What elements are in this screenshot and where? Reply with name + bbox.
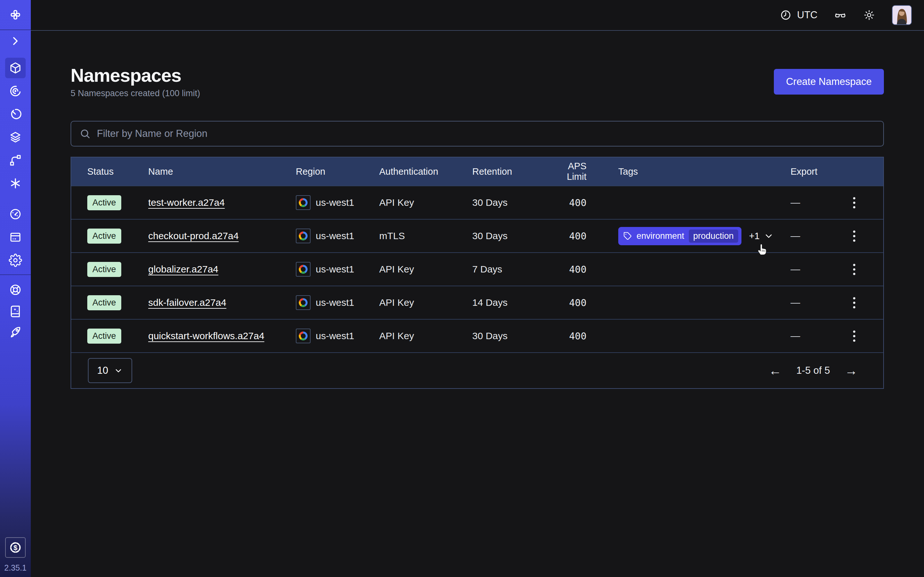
sidebar-item-schedules[interactable] [5, 104, 26, 124]
tag-key: environment [636, 231, 684, 241]
timezone-label: UTC [797, 9, 817, 21]
filter-bar [71, 121, 884, 147]
status-badge: Active [87, 262, 121, 277]
auth-label: API Key [379, 330, 472, 342]
pager: ← 1-5 of 5 → [769, 364, 858, 377]
billing-card-icon [9, 230, 22, 244]
region-label: us-west1 [316, 264, 354, 275]
auth-label: API Key [379, 297, 472, 308]
deployments-layers-icon [9, 131, 22, 144]
status-badge: Active [87, 229, 121, 243]
retention-label: 7 Days [472, 264, 546, 275]
sidebar-item-billing[interactable] [5, 227, 26, 247]
sidebar-item-getting-started[interactable] [5, 322, 26, 342]
col-name: Name [148, 166, 296, 177]
tags-more-count[interactable]: +1 [749, 231, 760, 242]
status-badge: Active [87, 295, 121, 310]
getting-started-rocket-icon [9, 326, 22, 339]
row-menu-button[interactable] [848, 329, 861, 343]
namespace-link[interactable]: globalizer.a27a4 [148, 264, 218, 274]
col-export: Export [790, 166, 848, 177]
temporal-logo[interactable] [5, 5, 26, 25]
sidebar-item-usage[interactable] [5, 204, 26, 224]
retention-label: 30 Days [472, 197, 546, 208]
table-footer: 10 ← 1-5 of 5 → [71, 352, 883, 388]
export-value: — [790, 330, 848, 342]
gcp-icon [296, 229, 310, 243]
svg-text:$: $ [13, 544, 17, 552]
table-row: Active globalizer.a27a4 us-west1 API Key… [71, 252, 883, 285]
region-label: us-west1 [316, 197, 354, 208]
namespaces-cube-icon [9, 61, 22, 75]
col-tags: Tags [618, 166, 790, 177]
region-label: us-west1 [316, 330, 354, 342]
export-value: — [790, 197, 848, 208]
timezone-selector[interactable]: UTC [780, 9, 817, 21]
export-value: — [790, 297, 848, 308]
sidebar-item-monitors[interactable] [5, 81, 26, 101]
row-menu-button[interactable] [848, 262, 861, 277]
region-label: us-west1 [316, 297, 354, 308]
namespace-link[interactable]: quickstart-workflows.a27a4 [148, 330, 264, 341]
row-menu-button[interactable] [848, 295, 861, 310]
gcp-icon [296, 195, 310, 210]
sidebar-expand-button[interactable] [5, 31, 26, 51]
col-status: Status [87, 166, 148, 177]
table-row: Active test-worker.a27a4 us-west1 API Ke… [71, 185, 883, 219]
app-version: 2.35.1 [0, 563, 31, 572]
auth-label: API Key [379, 197, 472, 208]
auth-label: mTLS [379, 230, 472, 242]
sidebar-item-support[interactable] [5, 279, 26, 300]
sidebar-item-docs[interactable] [5, 301, 26, 321]
filter-input[interactable] [96, 127, 875, 140]
export-value: — [790, 264, 848, 275]
table-row: Active quickstart-workflows.a27a4 us-wes… [71, 319, 883, 352]
row-menu-button[interactable] [848, 229, 861, 243]
page-subtitle: 5 Namespaces created (100 limit) [71, 89, 200, 98]
aps-limit-value: 400 [546, 330, 586, 342]
status-badge: Active [87, 195, 121, 210]
sidebar-item-namespaces[interactable] [5, 58, 26, 78]
aps-limit-value: 400 [546, 264, 586, 275]
sidebar-item-settings[interactable] [5, 250, 26, 271]
sidebar-item-workflows[interactable] [5, 150, 26, 171]
namespaces-table: Status Name Region Authentication Retent… [71, 157, 884, 389]
export-value: — [790, 230, 848, 242]
tag-chip[interactable]: environment production [618, 227, 741, 245]
prev-page-button[interactable]: ← [769, 364, 782, 377]
region-label: us-west1 [316, 230, 354, 242]
next-page-button[interactable]: → [845, 364, 858, 377]
page-size-select[interactable]: 10 [88, 358, 132, 383]
sidebar-item-nexus[interactable] [5, 173, 26, 193]
workflows-branch-icon [9, 153, 22, 167]
topbar: UTC [31, 0, 924, 31]
settings-gear-icon [9, 253, 22, 267]
schedules-timer-icon [9, 107, 22, 121]
glasses-icon[interactable] [834, 9, 846, 21]
page-range-label: 1-5 of 5 [796, 365, 830, 376]
sun-icon[interactable] [863, 9, 875, 21]
support-lifebuoy-icon [9, 283, 22, 297]
sidebar: $ 2.35.1 [0, 0, 31, 577]
row-menu-button[interactable] [848, 195, 861, 210]
tag-value: production [689, 229, 738, 243]
namespace-link[interactable]: test-worker.a27a4 [148, 197, 225, 208]
tags-expand-button[interactable] [764, 231, 774, 241]
usage-gauge-icon [9, 207, 22, 221]
monitors-spiral-icon [9, 84, 22, 98]
namespace-link[interactable]: checkout-prod.a27a4 [148, 230, 239, 241]
content: Namespaces 5 Namespaces created (100 lim… [31, 31, 924, 389]
sidebar-item-deployments[interactable] [5, 127, 26, 147]
sidebar-divider [0, 29, 31, 30]
status-badge: Active [87, 329, 121, 343]
col-retention: Retention [472, 166, 546, 177]
table-header: Status Name Region Authentication Retent… [71, 157, 883, 185]
aps-limit-value: 400 [546, 230, 586, 242]
table-row: Active checkout-prod.a27a4 us-west1 mTLS… [71, 219, 883, 252]
gcp-icon [296, 329, 310, 343]
user-avatar[interactable] [892, 5, 912, 25]
create-namespace-button[interactable]: Create Namespace [774, 69, 884, 95]
namespace-link[interactable]: sdk-failover.a27a4 [148, 297, 226, 308]
clock-icon [780, 9, 792, 21]
sidebar-item-pricing[interactable]: $ [5, 537, 26, 558]
